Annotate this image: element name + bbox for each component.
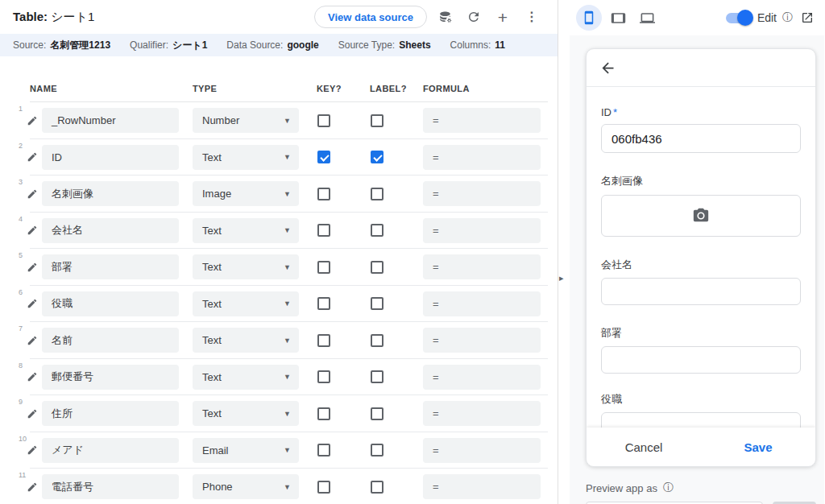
field-label-company: 会社名 [601, 258, 801, 272]
column-type-dropdown[interactable]: Phone▼ [193, 474, 299, 499]
app-form-preview: ID* 名刺画像 会社名 部署 役職 Cancel S [586, 48, 816, 467]
formula-box[interactable]: = [423, 474, 541, 499]
add-icon[interactable]: + [491, 6, 514, 28]
column-name-box[interactable]: 名前 [42, 328, 179, 353]
edit-column-icon[interactable] [23, 188, 42, 200]
formula-box[interactable]: = [423, 218, 541, 243]
column-name-box[interactable]: 郵便番号 [42, 365, 179, 390]
column-name-box[interactable]: 名刺画像 [42, 181, 179, 206]
edit-column-icon[interactable] [23, 115, 42, 126]
column-type-dropdown[interactable]: Text▼ [193, 145, 299, 170]
laptop-icon[interactable] [634, 5, 660, 31]
column-type-dropdown[interactable]: Text▼ [193, 291, 299, 316]
column-type-dropdown[interactable]: Text▼ [193, 365, 299, 390]
edit-column-icon[interactable] [23, 262, 42, 273]
label-checkbox[interactable] [371, 444, 383, 456]
edit-column-icon[interactable] [23, 225, 42, 236]
id-field[interactable] [601, 124, 801, 153]
label-checkbox[interactable] [371, 261, 383, 274]
label-checkbox[interactable] [371, 297, 383, 310]
department-field[interactable] [601, 346, 801, 374]
label-checkbox[interactable] [371, 407, 383, 420]
key-checkbox[interactable] [317, 407, 330, 420]
column-name-box[interactable]: 会社名 [42, 218, 179, 243]
column-name-box[interactable]: 電話番号 [42, 474, 179, 499]
edit-toggle[interactable] [726, 13, 752, 23]
column-name-box[interactable]: 部署 [42, 254, 179, 279]
key-checkbox[interactable] [317, 261, 330, 274]
image-upload-box[interactable] [601, 195, 801, 237]
key-checkbox[interactable] [317, 444, 330, 456]
formula-box[interactable]: = [423, 438, 541, 463]
column-name-box[interactable]: 役職 [42, 291, 179, 316]
edit-column-icon[interactable] [23, 371, 42, 382]
column-type-dropdown[interactable]: Text▼ [193, 401, 299, 426]
cancel-button[interactable]: Cancel [587, 428, 701, 466]
column-type-dropdown[interactable]: Email▼ [193, 438, 299, 463]
formula-box[interactable]: = [423, 181, 541, 206]
column-type-dropdown[interactable]: Text▼ [193, 218, 299, 243]
table-row: 10 メアド Email▼ = [0, 432, 558, 469]
open-in-new-icon[interactable] [798, 9, 816, 27]
column-type-dropdown[interactable]: Image▼ [193, 181, 299, 206]
edit-column-icon[interactable] [23, 444, 42, 456]
column-type-dropdown[interactable]: Number▼ [193, 108, 299, 133]
key-checkbox[interactable] [317, 297, 330, 310]
table-title-label: Table: [13, 10, 48, 23]
table-row: 6 役職 Text▼ = [0, 286, 558, 323]
label-checkbox[interactable] [371, 334, 383, 347]
label-checkbox[interactable] [371, 151, 383, 163]
back-arrow-icon[interactable] [599, 60, 616, 76]
preview-app-as-row: Preview app as ⓘ [586, 481, 816, 495]
column-type-dropdown[interactable]: Text▼ [193, 254, 299, 279]
info-icon[interactable]: ⓘ [663, 481, 674, 495]
more-options-icon[interactable]: ⋮ [520, 6, 543, 28]
save-button[interactable]: Save [701, 428, 815, 466]
column-name-box[interactable]: 住所 [42, 401, 179, 426]
edit-column-icon[interactable] [23, 298, 42, 309]
formula-box[interactable]: = [423, 328, 541, 353]
table-row: 5 部署 Text▼ = [0, 249, 558, 286]
key-checkbox[interactable] [317, 151, 330, 163]
label-checkbox[interactable] [371, 224, 383, 237]
key-checkbox[interactable] [317, 370, 330, 383]
column-name-box[interactable]: メアド [42, 438, 179, 463]
key-checkbox[interactable] [317, 114, 330, 127]
label-checkbox[interactable] [371, 188, 383, 200]
column-name-box[interactable]: ID [42, 145, 179, 170]
view-data-source-button[interactable]: View data source [314, 6, 427, 28]
formula-box[interactable]: = [423, 291, 541, 316]
chevron-down-icon: ▼ [284, 226, 291, 234]
preview-toolbar: Edit ⓘ [570, 0, 824, 35]
label-checkbox[interactable] [371, 114, 383, 127]
edit-column-icon[interactable] [23, 408, 42, 419]
formula-box[interactable]: = [423, 254, 541, 279]
label-checkbox[interactable] [371, 370, 383, 383]
formula-box[interactable]: = [423, 365, 541, 390]
table-row: 4 会社名 Text▼ = [0, 213, 558, 250]
phone-icon[interactable] [576, 5, 602, 31]
column-type-dropdown[interactable]: Text▼ [193, 328, 299, 353]
key-checkbox[interactable] [317, 334, 330, 347]
chevron-down-icon: ▼ [284, 446, 291, 454]
key-checkbox[interactable] [317, 481, 330, 494]
formula-box[interactable]: = [423, 108, 541, 133]
edit-column-icon[interactable] [23, 481, 42, 493]
company-field[interactable] [601, 278, 801, 305]
edit-column-icon[interactable] [23, 151, 42, 163]
formula-box[interactable]: = [423, 145, 541, 170]
key-checkbox[interactable] [317, 224, 330, 237]
tablet-icon[interactable] [605, 5, 631, 31]
info-icon[interactable]: ⓘ [782, 10, 793, 25]
key-checkbox[interactable] [317, 188, 330, 200]
edit-column-icon[interactable] [23, 335, 42, 346]
label-checkbox[interactable] [371, 481, 383, 494]
collapse-panel-handle[interactable]: ▸ [559, 274, 564, 283]
regenerate-structure-icon[interactable] [462, 6, 485, 28]
formula-box[interactable]: = [423, 401, 541, 426]
data-source-settings-icon[interactable] [433, 6, 456, 28]
row-number: 11 [19, 471, 26, 479]
table-title-value: シート1 [51, 10, 94, 23]
column-name-box[interactable]: _RowNumber [42, 108, 179, 133]
table-row: 8 郵便番号 Text▼ = [0, 359, 558, 396]
